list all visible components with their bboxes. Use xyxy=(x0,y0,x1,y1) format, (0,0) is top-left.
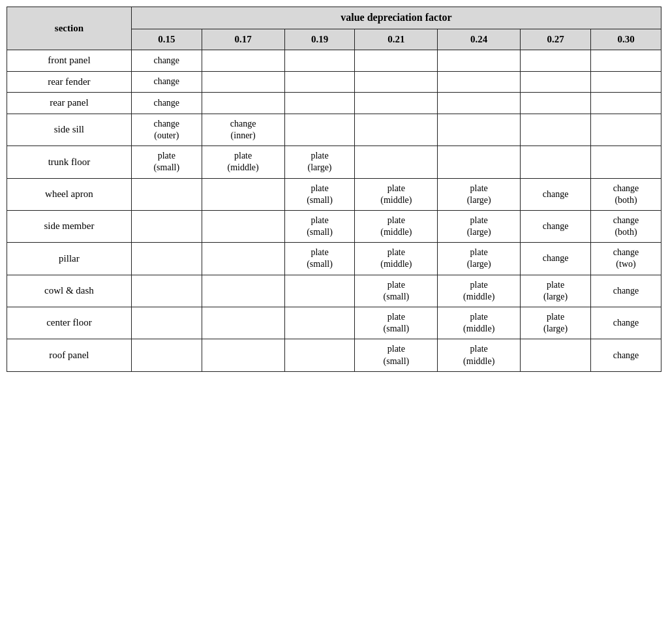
data-cell: change xyxy=(131,93,202,114)
data-cell xyxy=(355,71,438,93)
data-cell: change xyxy=(591,339,661,371)
data-cell xyxy=(131,307,202,339)
data-cell xyxy=(202,178,284,210)
factor-header: 0.27 xyxy=(521,29,591,50)
data-cell: change(inner) xyxy=(202,114,284,146)
data-cell xyxy=(438,93,521,114)
data-cell: change xyxy=(591,307,661,339)
data-cell: plate(large) xyxy=(521,275,591,307)
section-cell: trunk floor xyxy=(7,146,132,178)
data-cell xyxy=(355,146,438,178)
data-cell: plate(large) xyxy=(521,307,591,339)
data-cell xyxy=(131,275,202,307)
data-cell xyxy=(284,71,355,93)
data-cell: plate(small) xyxy=(355,339,438,371)
data-cell xyxy=(521,93,591,114)
data-cell xyxy=(284,50,355,72)
section-cell: side sill xyxy=(7,114,132,146)
data-cell xyxy=(591,93,661,114)
data-cell xyxy=(438,114,521,146)
data-cell: change xyxy=(591,275,661,307)
data-cell: plate(small) xyxy=(284,243,355,275)
data-cell: plate(small) xyxy=(355,275,438,307)
data-cell: change xyxy=(521,210,591,242)
factor-header: 0.15 xyxy=(131,29,202,50)
data-cell: change xyxy=(131,71,202,93)
data-cell xyxy=(438,146,521,178)
data-cell xyxy=(202,275,284,307)
data-cell: plate(small) xyxy=(131,146,202,178)
data-cell: change(two) xyxy=(591,243,661,275)
table-row: center floorplate(small)plate(middle)pla… xyxy=(7,307,661,339)
data-cell: plate(small) xyxy=(284,210,355,242)
data-cell xyxy=(521,71,591,93)
factor-header: 0.19 xyxy=(284,29,355,50)
data-cell xyxy=(591,50,661,72)
data-cell: plate(middle) xyxy=(355,178,438,210)
data-cell: plate(middle) xyxy=(438,275,521,307)
data-cell xyxy=(591,114,661,146)
section-cell: rear panel xyxy=(7,93,132,114)
data-cell xyxy=(131,178,202,210)
data-cell: plate(large) xyxy=(438,178,521,210)
factor-header: 0.24 xyxy=(438,29,521,50)
data-cell xyxy=(284,307,355,339)
table-row: roof panelplate(small)plate(middle)chang… xyxy=(7,339,661,371)
data-cell xyxy=(521,339,591,371)
data-cell xyxy=(131,243,202,275)
section-cell: center floor xyxy=(7,307,132,339)
data-cell xyxy=(284,93,355,114)
data-cell xyxy=(202,339,284,371)
factor-header: 0.30 xyxy=(591,29,661,50)
data-cell: plate(large) xyxy=(438,210,521,242)
factor-header: 0.17 xyxy=(202,29,284,50)
data-cell: plate(middle) xyxy=(438,307,521,339)
data-cell: plate(middle) xyxy=(355,210,438,242)
table-row: front panelchange xyxy=(7,50,661,72)
data-cell xyxy=(202,71,284,93)
table-row: side sillchange(outer)change(inner) xyxy=(7,114,661,146)
data-cell xyxy=(438,71,521,93)
depreciation-table: section value depreciation factor 0.150.… xyxy=(7,7,661,372)
data-cell xyxy=(202,210,284,242)
section-header: section xyxy=(7,7,132,50)
data-cell xyxy=(284,275,355,307)
section-cell: front panel xyxy=(7,50,132,72)
section-cell: roof panel xyxy=(7,339,132,371)
table-row: rear panelchange xyxy=(7,93,661,114)
data-cell: plate(middle) xyxy=(202,146,284,178)
section-cell: rear fender xyxy=(7,71,132,93)
table-row: rear fenderchange xyxy=(7,71,661,93)
data-cell xyxy=(355,93,438,114)
data-cell: plate(large) xyxy=(284,146,355,178)
data-cell: plate(large) xyxy=(438,243,521,275)
table-row: pillarplate(small)plate(middle)plate(lar… xyxy=(7,243,661,275)
data-cell: change xyxy=(521,178,591,210)
data-cell xyxy=(521,114,591,146)
value-depreciation-header: value depreciation factor xyxy=(131,7,661,29)
data-cell: plate(middle) xyxy=(438,339,521,371)
data-cell: change(both) xyxy=(591,210,661,242)
data-cell xyxy=(438,50,521,72)
data-cell xyxy=(521,50,591,72)
data-cell: plate(small) xyxy=(284,178,355,210)
section-cell: wheel apron xyxy=(7,178,132,210)
data-cell xyxy=(202,307,284,339)
table-row: side memberplate(small)plate(middle)plat… xyxy=(7,210,661,242)
data-cell xyxy=(202,50,284,72)
data-cell xyxy=(131,339,202,371)
data-cell xyxy=(284,339,355,371)
data-cell xyxy=(355,50,438,72)
table-row: wheel apronplate(small)plate(middle)plat… xyxy=(7,178,661,210)
data-cell: plate(small) xyxy=(355,307,438,339)
table-row: trunk floorplate(small)plate(middle)plat… xyxy=(7,146,661,178)
data-cell xyxy=(131,210,202,242)
data-cell: change(both) xyxy=(591,178,661,210)
section-cell: cowl & dash xyxy=(7,275,132,307)
data-cell xyxy=(355,114,438,146)
data-cell: change(outer) xyxy=(131,114,202,146)
section-cell: side member xyxy=(7,210,132,242)
table-body: front panelchangerear fenderchangerear p… xyxy=(7,50,661,372)
data-cell xyxy=(521,146,591,178)
factor-header: 0.21 xyxy=(355,29,438,50)
